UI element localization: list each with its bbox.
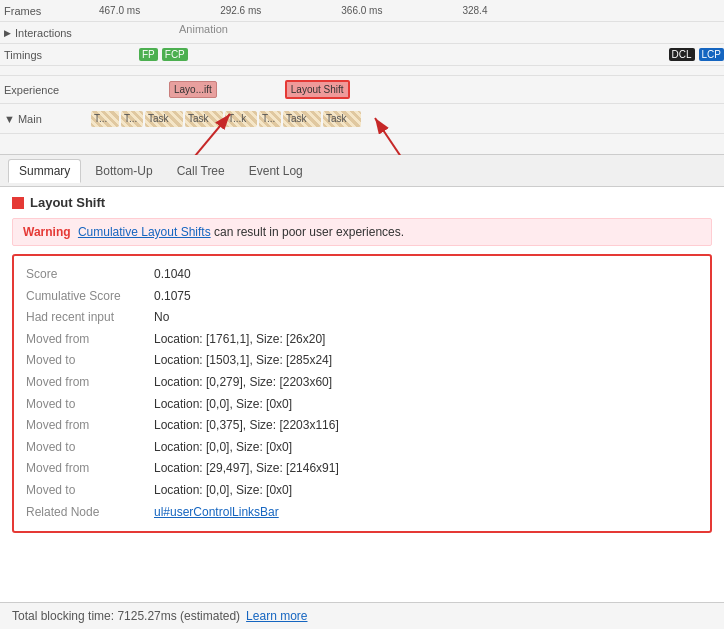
- moved-from-1-label: Moved from: [26, 329, 146, 351]
- moved-to-1-value: Location: [1503,1], Size: [285x24]: [154, 350, 332, 372]
- detail-moved-from-2: Moved from Location: [0,279], Size: [220…: [26, 372, 698, 394]
- task-4[interactable]: T...k: [225, 111, 257, 127]
- animation-label: Animation: [179, 23, 228, 35]
- score-value: 0.1040: [154, 264, 191, 286]
- moved-to-2-label: Moved to: [26, 394, 146, 416]
- moved-from-1-value: Location: [1761,1], Size: [26x20]: [154, 329, 325, 351]
- task-7[interactable]: Task: [323, 111, 361, 127]
- timeline-wrapper: Frames 467.0 ms 292.6 ms 366.0 ms 328.4 …: [0, 0, 724, 155]
- experience-label: Experience: [4, 84, 89, 96]
- cumulative-layout-shifts-link[interactable]: Cumulative Layout Shifts: [78, 225, 211, 239]
- task-0[interactable]: T...: [91, 111, 119, 127]
- timings-row: Timings FP FCP DCL LCP: [0, 44, 724, 66]
- detail-moved-from-3: Moved from Location: [0,375], Size: [220…: [26, 415, 698, 437]
- detail-related-node: Related Node ul#userControlLinksBar: [26, 502, 698, 524]
- moved-to-4-label: Moved to: [26, 480, 146, 502]
- frame-time-0: 467.0 ms: [99, 5, 140, 16]
- detail-moved-to-2: Moved to Location: [0,0], Size: [0x0]: [26, 394, 698, 416]
- main-tasks: T... T... Task Task T...k T... Task Task: [89, 108, 361, 130]
- moved-to-1-label: Moved to: [26, 350, 146, 372]
- detail-score: Score 0.1040: [26, 264, 698, 286]
- moved-from-4-label: Moved from: [26, 458, 146, 480]
- section-title: Layout Shift: [12, 195, 712, 210]
- task-2[interactable]: Task: [145, 111, 183, 127]
- score-label: Score: [26, 264, 146, 286]
- detail-moved-to-3: Moved to Location: [0,0], Size: [0x0]: [26, 437, 698, 459]
- moved-to-2-value: Location: [0,0], Size: [0x0]: [154, 394, 292, 416]
- tab-event-log[interactable]: Event Log: [239, 160, 313, 182]
- moved-from-3-value: Location: [0,375], Size: [2203x116]: [154, 415, 339, 437]
- timings-label: Timings: [4, 49, 89, 61]
- interactions-label: ▶ Interactions: [4, 27, 89, 39]
- moved-from-2-label: Moved from: [26, 372, 146, 394]
- cumulative-score-label: Cumulative Score: [26, 286, 146, 308]
- moved-to-3-label: Moved to: [26, 437, 146, 459]
- timings-content: FP FCP DCL LCP: [89, 44, 724, 65]
- recent-input-label: Had recent input: [26, 307, 146, 329]
- warning-text: can result in poor user experiences.: [214, 225, 404, 239]
- lcp-badge: LCP: [699, 48, 724, 61]
- fcp-badge: FCP: [162, 48, 188, 61]
- task-5[interactable]: T...: [259, 111, 281, 127]
- content-area: Layout Shift Warning Cumulative Layout S…: [0, 187, 724, 541]
- frame-markers: 467.0 ms 292.6 ms 366.0 ms 328.4: [89, 5, 724, 16]
- detail-moved-from-4: Moved from Location: [29,497], Size: [21…: [26, 458, 698, 480]
- main-row: ▼ Main T... T... Task Task T...k T... Ta…: [0, 104, 724, 134]
- moved-from-3-label: Moved from: [26, 415, 146, 437]
- experience-content: Layo...ift Layout Shift ↑: [89, 76, 724, 103]
- fp-badge: FP: [139, 48, 158, 61]
- frame-time-3: 328.4: [462, 5, 487, 16]
- moved-from-2-value: Location: [0,279], Size: [2203x60]: [154, 372, 332, 394]
- moved-to-4-value: Location: [0,0], Size: [0x0]: [154, 480, 292, 502]
- frames-label: Frames: [4, 5, 89, 17]
- experience-row: Experience Layo...ift Layout Shift ↑: [0, 76, 724, 104]
- moved-to-3-value: Location: [0,0], Size: [0x0]: [154, 437, 292, 459]
- interactions-row: ▶ Interactions Animation: [0, 22, 724, 44]
- related-node-label: Related Node: [26, 502, 146, 524]
- recent-input-value: No: [154, 307, 169, 329]
- ls-box-2-selected[interactable]: Layout Shift ↑: [285, 80, 350, 99]
- main-label: ▼ Main: [4, 113, 89, 125]
- tabs-row: Summary Bottom-Up Call Tree Event Log: [0, 155, 724, 187]
- related-node-value[interactable]: ul#userControlLinksBar: [154, 502, 279, 524]
- tab-summary[interactable]: Summary: [8, 159, 81, 183]
- interactions-expand-icon[interactable]: ▶: [4, 28, 11, 38]
- detail-cumulative-score: Cumulative Score 0.1075: [26, 286, 698, 308]
- timeline-area: Frames 467.0 ms 292.6 ms 366.0 ms 328.4 …: [0, 0, 724, 155]
- detail-moved-to-1: Moved to Location: [1503,1], Size: [285x…: [26, 350, 698, 372]
- warning-bar: Warning Cumulative Layout Shifts can res…: [12, 218, 712, 246]
- task-3[interactable]: Task: [185, 111, 223, 127]
- frame-time-1: 292.6 ms: [220, 5, 261, 16]
- detail-moved-to-4: Moved to Location: [0,0], Size: [0x0]: [26, 480, 698, 502]
- moved-from-4-value: Location: [29,497], Size: [2146x91]: [154, 458, 339, 480]
- warning-label: Warning: [23, 225, 71, 239]
- dcl-badge: DCL: [669, 48, 695, 61]
- interactions-content: Animation: [89, 22, 724, 43]
- task-6[interactable]: Task: [283, 111, 321, 127]
- ls-box-1[interactable]: Layo...ift: [169, 81, 217, 98]
- detail-moved-from-1: Moved from Location: [1761,1], Size: [26…: [26, 329, 698, 351]
- red-square-icon: [12, 197, 24, 209]
- details-box: Score 0.1040 Cumulative Score 0.1075 Had…: [12, 254, 712, 533]
- task-1[interactable]: T...: [121, 111, 143, 127]
- detail-recent-input: Had recent input No: [26, 307, 698, 329]
- frames-row: Frames 467.0 ms 292.6 ms 366.0 ms 328.4: [0, 0, 724, 22]
- cumulative-score-value: 0.1075: [154, 286, 191, 308]
- spacer-row: [0, 66, 724, 76]
- tab-bottom-up[interactable]: Bottom-Up: [85, 160, 162, 182]
- frame-time-2: 366.0 ms: [341, 5, 382, 16]
- tab-call-tree[interactable]: Call Tree: [167, 160, 235, 182]
- section-title-text: Layout Shift: [30, 195, 105, 210]
